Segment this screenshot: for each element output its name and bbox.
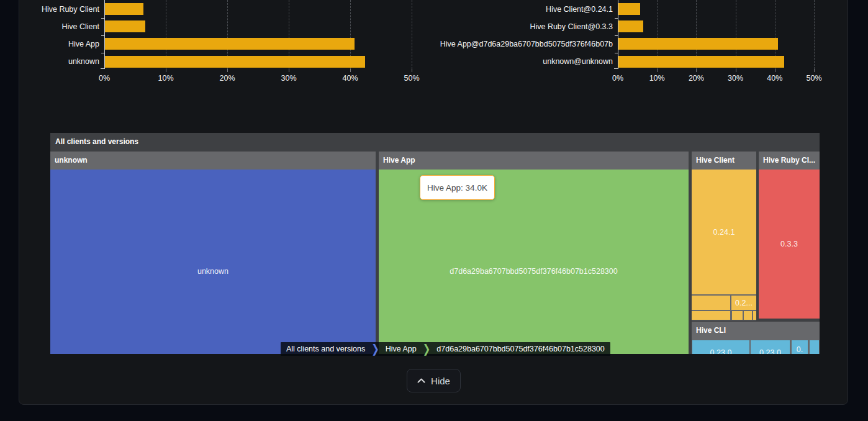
x-axis-tick <box>736 69 736 72</box>
x-axis-tick <box>696 69 697 72</box>
treemap-all-clients: All clients and versionsunknownunknownHi… <box>50 133 820 354</box>
y-axis-tick <box>615 35 618 36</box>
breadcrumb-chevron-icon: ❯ <box>422 340 432 358</box>
treemap-group-header[interactable]: Hive Ruby Cl... <box>759 152 820 170</box>
treemap-group-body: 0.3.3 <box>759 170 820 319</box>
breadcrumb-item[interactable]: d7d6a29ba6707bbd5075df376f46b07b1c528300 <box>431 342 610 356</box>
hide-button-label: Hide <box>431 376 450 386</box>
x-axis-tick <box>814 69 815 72</box>
bar[interactable] <box>618 56 784 68</box>
treemap-node[interactable] <box>692 296 730 310</box>
category-label: unknown@unknown <box>439 57 613 66</box>
treemap-group-body: 0.24.10.2... <box>692 170 756 320</box>
x-tick-label: 30% <box>716 74 756 83</box>
treemap-node[interactable]: 0.24.1 <box>692 170 756 294</box>
y-axis-tick <box>615 53 618 53</box>
treemap-breadcrumb: All clients and versions❯Hive App❯d7d6a2… <box>281 342 610 356</box>
treemap-group-header[interactable]: Hive App <box>379 152 689 170</box>
x-axis-tick <box>657 69 658 72</box>
treemap-node[interactable]: 0.23.0 <box>751 340 790 354</box>
treemap-title: All clients and versions <box>50 133 820 150</box>
treemap-group: unknownunknown <box>50 152 376 354</box>
y-axis-tick <box>615 18 618 19</box>
treemap-node[interactable] <box>732 311 743 320</box>
treemap-group-header[interactable]: Hive Client <box>692 152 756 170</box>
x-tick-label: 40% <box>755 74 795 83</box>
x-tick-label: 10% <box>637 74 677 83</box>
treemap-group: Hive Ruby Cl...0.3.3 <box>759 152 820 319</box>
bar[interactable] <box>618 3 640 15</box>
treemap-node[interactable] <box>692 311 730 320</box>
y-axis-bottom-tick <box>614 68 618 69</box>
treemap-node[interactable]: 0.23.0 <box>692 340 749 354</box>
chevron-up-icon <box>417 378 425 383</box>
breadcrumb-chevron-icon: ❯ <box>371 340 380 358</box>
x-axis-tick <box>775 69 775 72</box>
breadcrumb-item[interactable]: All clients and versions <box>281 342 371 356</box>
x-tick-label: 0% <box>598 74 638 83</box>
treemap-node[interactable] <box>810 340 819 354</box>
x-tick-label: 20% <box>676 74 716 83</box>
treemap-group-header[interactable]: Hive CLI <box>692 322 820 340</box>
bar[interactable] <box>618 20 643 32</box>
bar-chart-client-versions: 0%10%20%30%40%50%Hive Client@0.24.1Hive … <box>0 0 868 90</box>
category-label: Hive Client@0.24.1 <box>439 4 613 14</box>
treemap-group-body: 0.23.00.23.00. <box>692 340 820 354</box>
category-label: Hive Ruby Client@0.3.3 <box>439 22 613 32</box>
hide-button[interactable]: Hide <box>407 369 461 392</box>
x-tick-label: 50% <box>794 74 834 83</box>
treemap-node[interactable] <box>744 311 752 320</box>
treemap-tooltip: Hive App: 34.0K <box>420 175 495 200</box>
category-label: Hive App@d7d6a29ba6707bbd5075df376f46b07… <box>439 39 613 49</box>
treemap-node[interactable]: 0.3.3 <box>759 170 820 319</box>
bar[interactable] <box>618 38 778 50</box>
treemap-group: Hive CLI0.23.00.23.00. <box>692 322 820 354</box>
treemap-group: Hive Client0.24.10.2... <box>692 152 756 320</box>
treemap-group-body: unknown <box>50 170 376 354</box>
gridline <box>814 0 815 69</box>
treemap-group-header[interactable]: unknown <box>50 152 376 170</box>
treemap-tooltip-text: Hive App: 34.0K <box>427 183 487 192</box>
treemap-node[interactable] <box>753 311 756 320</box>
treemap-node[interactable]: 0. <box>792 340 808 354</box>
treemap-node[interactable]: unknown <box>50 170 376 354</box>
breadcrumb-item[interactable]: Hive App <box>380 342 422 356</box>
treemap-node[interactable]: 0.2... <box>731 296 756 310</box>
